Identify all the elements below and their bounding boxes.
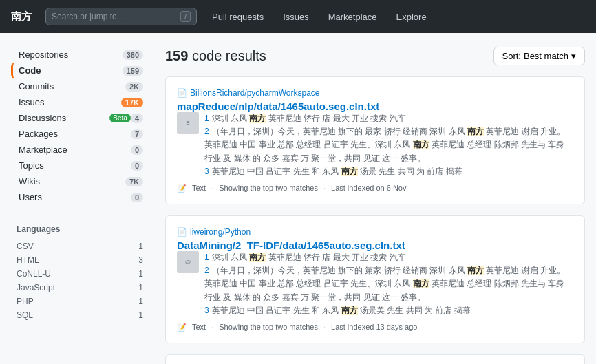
sidebar-badge-issues: 17K (121, 98, 143, 107)
results-label: code results (192, 48, 266, 63)
lang-item-javascript[interactable]: JavaScript 1 (11, 281, 149, 295)
result-filename-2[interactable]: DataMining/2_TF-IDF/data/1465auto.seg.cl… (177, 239, 405, 251)
sidebar-item-packages[interactable]: Packages 7 (11, 126, 149, 142)
result-avatar-1: B (177, 112, 199, 134)
sidebar-badge-topics: 0 (131, 161, 143, 171)
search-shortcut: / (180, 11, 191, 22)
result-meta-2: 📝 Text · Showing the top two matches · L… (177, 323, 573, 332)
main-content: 159 code results Sort: Best match ▾ 📄 Bi… (165, 47, 585, 364)
meta-matches-1: Showing the top two matches (219, 184, 318, 192)
meta-indexed-2: Last indexed 13 days ago (331, 323, 417, 331)
sidebar-item-label: Topics (19, 160, 131, 171)
brand-logo[interactable]: 南方 (11, 10, 32, 23)
meta-icon-2: 📝 (177, 323, 187, 332)
lang-name: JavaScript (17, 283, 55, 292)
lang-item-conll[interactable]: CoNLL-U 1 (11, 267, 149, 281)
sidebar-item-label: Marketplace (19, 144, 131, 155)
meta-matches-2: Showing the top two matches (219, 323, 318, 331)
result-body-2: @ 1深圳 东风 南方 英菲尼迪 轿行 店 最大 开业 搜索 汽车 2（年月日，… (177, 251, 573, 317)
sidebar-badge-packages: 7 (131, 129, 143, 139)
sidebar-item-issues[interactable]: Issues 17K (11, 94, 149, 110)
sidebar-item-label: Wikis (19, 176, 125, 186)
result-line-3: 3英菲尼迪 中国 吕证宇 先生 和 东风 南方 汤景 先生 共同 为 前店 揭幕 (204, 165, 573, 178)
result-line-1: 1深圳 东风 南方 英菲尼迪 轿行 店 最大 开业 搜索 汽车 (204, 251, 573, 264)
sidebar-item-wikis[interactable]: Wikis 7K (11, 173, 149, 189)
lang-name: HTML (17, 255, 39, 265)
lang-name: PHP (17, 297, 34, 306)
sidebar-item-label: Repositories (19, 50, 123, 60)
chevron-down-icon: ▾ (571, 51, 576, 61)
sidebar-item-label: Issues (19, 97, 121, 107)
result-line-1: 1深圳 东风 南方 英菲尼迪 轿行 店 最大 开业 搜索 汽车 (204, 112, 573, 125)
sidebar-badge-marketplace: 0 (131, 145, 143, 155)
lang-count: 3 (138, 255, 143, 265)
lang-count: 1 (138, 310, 143, 320)
sidebar-item-label: Packages (19, 129, 131, 139)
sidebar-item-label: Commits (19, 81, 125, 92)
sort-label: Sort: (502, 51, 521, 61)
result-line-2: 2（年月日，深圳）今天，英菲尼迪 旗下的 第家 轿行 经销商 深圳 东风 南方 … (204, 264, 573, 304)
lang-count: 1 (138, 269, 143, 279)
sidebar-item-code[interactable]: Code 159 (11, 63, 149, 78)
result-line-2: 2（年月日，深圳）今天，英菲尼迪 旗下的 最家 轿行 经销商 深圳 东风 南方 … (204, 125, 573, 165)
repo-name[interactable]: BillionsRichard/pycharmWorkspace (190, 88, 320, 98)
search-box[interactable]: Search or jump to... / (45, 8, 197, 25)
lang-count: 1 (138, 297, 143, 306)
nav-marketplace[interactable]: Marketplace (324, 9, 381, 25)
sidebar: Repositories 380 Code 159 Commits 2K Iss… (11, 47, 149, 364)
sidebar-item-label: Code (19, 65, 123, 76)
sidebar-item-discussions[interactable]: Discussions Beta 4 (11, 110, 149, 126)
sidebar-badge-commits: 2K (125, 82, 143, 92)
lang-name: CoNLL-U (17, 269, 51, 279)
search-placeholder: Search or jump to... (52, 12, 124, 21)
svg-text:B: B (186, 120, 189, 126)
lang-count: 1 (138, 242, 143, 251)
beta-badge: Beta (109, 114, 131, 122)
sidebar-badge-repositories: 380 (123, 50, 143, 60)
sidebar-badge-users: 0 (131, 193, 143, 202)
meta-type-1: Text (192, 184, 206, 192)
sidebar-item-topics[interactable]: Topics 0 (11, 158, 149, 173)
sidebar-item-users[interactable]: Users 0 (11, 189, 149, 205)
results-count: 159 (165, 48, 188, 63)
languages-title: Languages (11, 222, 149, 237)
sort-button[interactable]: Sort: Best match ▾ (493, 47, 586, 65)
lang-item-csv[interactable]: CSV 1 (11, 239, 149, 253)
lang-item-sql[interactable]: SQL 1 (11, 308, 149, 322)
svg-text:@: @ (185, 259, 191, 265)
result-avatar-2: @ (177, 251, 199, 273)
results-title: 159 code results (165, 48, 266, 64)
result-meta-1: 📝 Text · Showing the top two matches · L… (177, 184, 573, 193)
languages-section: Languages CSV 1 HTML 3 CoNLL-U 1 JavaScr… (11, 222, 149, 322)
results-header: 159 code results Sort: Best match ▾ (165, 47, 585, 65)
repo-icon: 📄 (177, 227, 187, 237)
result-text-2: 1深圳 东风 南方 英菲尼迪 轿行 店 最大 开业 搜索 汽车 2（年月日，深圳… (204, 251, 573, 317)
result-item-1: 📄 BillionsRichard/pycharmWorkspace mapRe… (165, 76, 585, 204)
meta-type-2: Text (192, 323, 206, 331)
sidebar-item-marketplace[interactable]: Marketplace 0 (11, 142, 149, 158)
sidebar-item-label: Discussions (19, 113, 107, 123)
lang-name: SQL (17, 310, 33, 320)
result-filename-1[interactable]: mapReduce/nlp/data/1465auto.seg.cln.txt (177, 100, 379, 112)
result-item-3: 📄 liweirong/Python bayes/raw_data/1465au… (165, 354, 585, 364)
sort-value: Best match (524, 51, 568, 61)
nav-pull-requests[interactable]: Pull requests (208, 9, 268, 25)
sidebar-badge-code: 159 (123, 66, 143, 76)
result-repo-1: 📄 BillionsRichard/pycharmWorkspace (177, 88, 573, 98)
lang-item-html[interactable]: HTML 3 (11, 253, 149, 267)
repo-name[interactable]: liweirong/Python (190, 227, 251, 237)
lang-name: CSV (17, 242, 34, 251)
top-nav: 南方 Search or jump to... / Pull requests … (0, 0, 596, 33)
sidebar-item-commits[interactable]: Commits 2K (11, 78, 149, 94)
sidebar-badge-wikis: 7K (125, 177, 143, 186)
lang-count: 1 (138, 283, 143, 292)
meta-indexed-1: Last indexed on 6 Nov (331, 184, 406, 192)
filter-section: Repositories 380 Code 159 Commits 2K Iss… (11, 47, 149, 205)
result-item-2: 📄 liweirong/Python DataMining/2_TF-IDF/d… (165, 215, 585, 343)
sidebar-item-repositories[interactable]: Repositories 380 (11, 47, 149, 63)
nav-explore[interactable]: Explore (392, 9, 431, 25)
meta-icon-1: 📝 (177, 184, 187, 193)
lang-item-php[interactable]: PHP 1 (11, 295, 149, 308)
main-layout: Repositories 380 Code 159 Commits 2K Iss… (0, 33, 596, 364)
nav-issues[interactable]: Issues (279, 9, 313, 25)
